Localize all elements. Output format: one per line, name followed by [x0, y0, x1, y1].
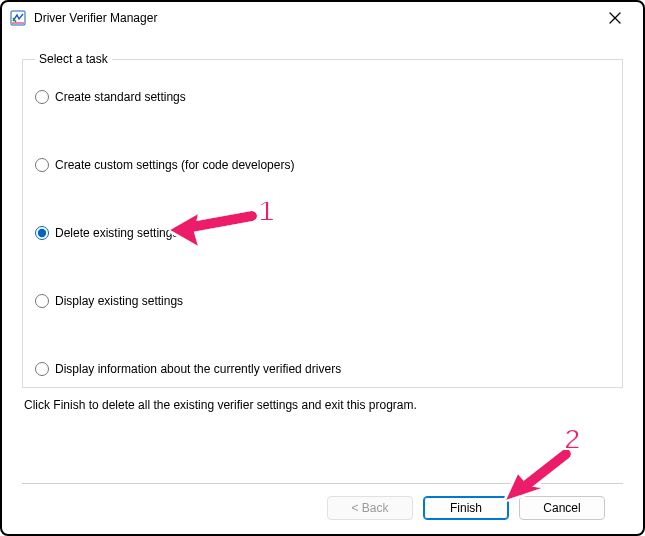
radio-create-custom[interactable]: [35, 158, 49, 172]
radio-label: Create standard settings: [55, 90, 186, 104]
window-frame: Driver Verifier Manager Select a task Cr…: [0, 0, 645, 536]
option-create-standard[interactable]: Create standard settings: [35, 86, 610, 108]
radio-label: Delete existing settings: [55, 226, 178, 240]
radio-display-existing[interactable]: [35, 294, 49, 308]
window-title: Driver Verifier Manager: [34, 11, 157, 25]
titlebar: Driver Verifier Manager: [2, 2, 643, 34]
content-area: Select a task Create standard settings C…: [2, 34, 643, 534]
option-delete-existing[interactable]: Delete existing settings: [35, 222, 610, 244]
groupbox-legend: Select a task: [35, 52, 112, 66]
task-groupbox: Select a task Create standard settings C…: [22, 52, 623, 388]
radio-create-standard[interactable]: [35, 90, 49, 104]
radio-label: Display information about the currently …: [55, 362, 341, 376]
close-button[interactable]: [593, 4, 637, 32]
cancel-button[interactable]: Cancel: [519, 496, 605, 520]
option-display-info[interactable]: Display information about the currently …: [35, 358, 610, 380]
back-button: < Back: [327, 496, 413, 520]
verifier-app-icon: [10, 10, 26, 26]
flex-spacer: [22, 412, 623, 483]
close-icon: [609, 12, 621, 24]
option-display-existing[interactable]: Display existing settings: [35, 290, 610, 312]
instruction-text: Click Finish to delete all the existing …: [24, 398, 621, 412]
radio-label: Display existing settings: [55, 294, 183, 308]
wizard-button-row: < Back Finish Cancel: [22, 484, 623, 534]
option-create-custom[interactable]: Create custom settings (for code develop…: [35, 154, 610, 176]
radio-label: Create custom settings (for code develop…: [55, 158, 294, 172]
radio-delete-existing[interactable]: [35, 226, 49, 240]
finish-button[interactable]: Finish: [423, 496, 509, 520]
radio-display-info[interactable]: [35, 362, 49, 376]
